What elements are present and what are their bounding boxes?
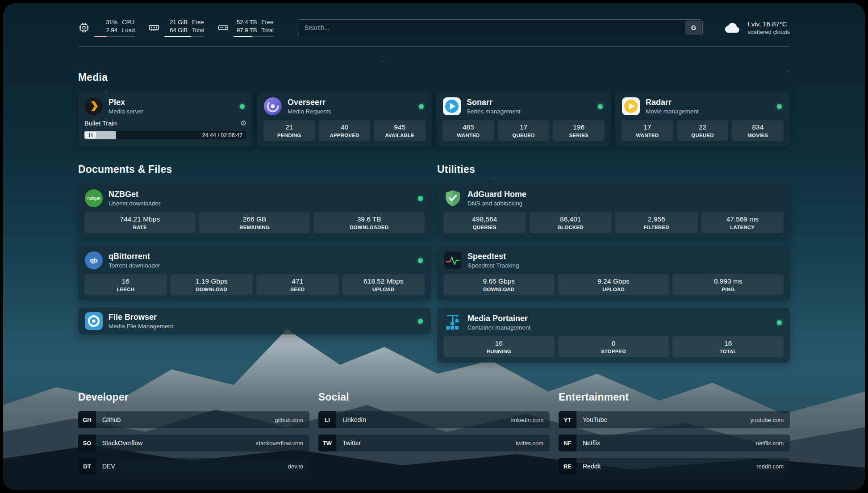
- app-desc: Media File Management: [108, 323, 173, 330]
- status-dot: [598, 104, 603, 109]
- playback-progress: 24:44 / 02:06:47: [84, 131, 246, 139]
- adguard-card[interactable]: AdGuard Home DNS and adblocking 498,564Q…: [437, 184, 790, 238]
- developer-column: Developer GH Github github.com SO StackO…: [78, 391, 309, 481]
- stat-downloaded: 39.6 TBDOWNLOADED: [313, 212, 425, 233]
- gear-icon[interactable]: ⚙: [240, 119, 246, 127]
- search-bar: G: [297, 19, 703, 36]
- qbittorrent-card[interactable]: qb qBittorrent Torrent downloader 16LEEC…: [78, 246, 431, 301]
- plex-icon: [84, 97, 103, 116]
- app-name: Overseerr: [288, 97, 331, 107]
- playback-time: 24:44 / 02:06:47: [202, 132, 242, 138]
- app-name: Radarr: [646, 97, 699, 107]
- social-column: Social LI LinkedIn linkedin.com TW Twitt…: [318, 391, 550, 481]
- speedtest-card[interactable]: Speedtest Speedtest Tracking 9.65 GbpsDO…: [437, 246, 790, 301]
- status-dot: [418, 319, 423, 324]
- app-desc: Torrent downloader: [108, 262, 160, 269]
- dashboard-window: 31%CPU 2.94Load 21 GiBFree 64 GiBTotal: [3, 3, 865, 490]
- cpu-load: 2.94: [94, 27, 117, 33]
- bookmark-youtube[interactable]: YT YouTube youtube.com: [559, 411, 790, 428]
- netflix-icon: NF: [559, 435, 576, 451]
- bookmark-twitter[interactable]: TW Twitter twitter.com: [318, 435, 550, 451]
- overseerr-card[interactable]: Overseerr Media Requests 21PENDING 40APP…: [257, 92, 432, 146]
- bookmark-netflix[interactable]: NF Netflix netflix.com: [559, 435, 790, 451]
- app-desc: Media server: [108, 108, 143, 115]
- youtube-icon: YT: [559, 411, 576, 428]
- cloud-icon: [723, 18, 742, 37]
- bookmark-linkedin[interactable]: LI LinkedIn linkedin.com: [318, 411, 550, 428]
- app-desc: Container management: [467, 324, 530, 331]
- app-name: Media Portainer: [467, 313, 530, 323]
- section-title-media: Media: [78, 71, 790, 84]
- nzbget-card[interactable]: nzbget NZBGet Usenet downloader 744.21 M…: [78, 184, 431, 238]
- cpu-percent: 31%: [94, 19, 117, 25]
- speedtest-icon: [443, 251, 462, 270]
- stat-rate: 744.21 MbpsRATE: [84, 212, 196, 233]
- disk-bar: [234, 36, 273, 37]
- system-metrics: 31%CPU 2.94Load 21 GiBFree 64 GiBTotal: [78, 19, 274, 37]
- stat-wanted: 17WANTED: [622, 120, 673, 141]
- stat-running: 16RUNNING: [443, 336, 555, 357]
- nzbget-icon: nzbget: [84, 189, 103, 208]
- documents-column: Documents & Files nzbget NZBGet Usenet d…: [78, 163, 431, 334]
- stat-queries: 498,564QUERIES: [443, 212, 526, 233]
- status-dot: [777, 320, 782, 325]
- stat-blocked: 86,401BLOCKED: [530, 212, 612, 233]
- app-desc: Media Requests: [288, 108, 331, 115]
- plex-card[interactable]: Plex Media server Bullet Train ⚙ 24:44 /…: [78, 92, 253, 146]
- app-name: qBittorrent: [108, 251, 160, 261]
- ram-free-label: Free: [192, 19, 204, 25]
- app-name: File Browser: [108, 312, 173, 322]
- stat-approved: 40APPROVED: [319, 120, 371, 141]
- section-title-utilities: Utilities: [437, 163, 790, 175]
- bookmark-github[interactable]: GH Github github.com: [78, 411, 309, 428]
- bookmark-stackoverflow[interactable]: SO StackOverflow stackoverflow.com: [78, 435, 309, 451]
- weather-condition: scattered clouds: [747, 29, 790, 35]
- stat-pending: 21PENDING: [263, 120, 315, 141]
- stat-available: 945AVAILABLE: [374, 120, 426, 141]
- search-engine-button[interactable]: G: [685, 21, 701, 35]
- qbittorrent-icon: qb: [84, 251, 103, 270]
- cpu-icon: [78, 22, 90, 33]
- search-input[interactable]: [297, 19, 703, 36]
- stat-movies: 834MOVIES: [732, 120, 784, 141]
- sonarr-icon: [442, 97, 461, 116]
- stackoverflow-icon: SO: [78, 435, 96, 451]
- top-bar: 31%CPU 2.94Load 21 GiBFree 64 GiBTotal: [78, 17, 790, 38]
- cpu-bar: [94, 36, 135, 37]
- stat-series: 196SERIES: [553, 120, 605, 141]
- disk-icon: [217, 22, 229, 33]
- now-playing-title: Bullet Train: [84, 120, 117, 127]
- radarr-card[interactable]: Radarr Movie management 17WANTED 22QUEUE…: [615, 92, 790, 146]
- disk-total-label: Total: [261, 27, 273, 33]
- weather-widget[interactable]: Lviv, 16.87°C scattered clouds: [723, 18, 790, 37]
- linkedin-icon: LI: [318, 411, 336, 428]
- github-icon: GH: [78, 411, 96, 428]
- stat-total: 16TOTAL: [672, 336, 784, 357]
- stat-download: 1.19 GbpsDOWNLOAD: [171, 274, 253, 295]
- radarr-icon: [622, 97, 640, 116]
- status-dot: [777, 104, 782, 109]
- bookmark-dev[interactable]: DT DEV dev.to: [78, 458, 309, 475]
- app-name: Plex: [108, 97, 143, 107]
- stat-leech: 16LEECH: [84, 274, 167, 295]
- sonarr-card[interactable]: Sonarr Series management 485WANTED 17QUE…: [436, 92, 611, 146]
- stat-filtered: 2,956FILTERED: [615, 212, 698, 233]
- ram-bar: [164, 36, 204, 37]
- stat-queued: 22QUEUED: [677, 120, 729, 141]
- svg-text:nzbget: nzbget: [88, 196, 100, 201]
- bookmark-reddit[interactable]: RE Reddit reddit.com: [559, 458, 790, 475]
- utilities-column: Utilities AdGuard Home DNS and adblockin…: [437, 163, 790, 363]
- portainer-card[interactable]: Media Portainer Container management 16R…: [437, 308, 790, 363]
- ram-free: 21 GiB: [164, 19, 188, 25]
- app-desc: DNS and adblocking: [467, 200, 526, 207]
- app-desc: Speedtest Tracking: [467, 262, 519, 269]
- section-title-entertainment: Entertainment: [559, 391, 790, 403]
- weather-location: Lviv, 16.87°C: [747, 20, 790, 28]
- ram-widget: 21 GiBFree 64 GiBTotal: [148, 19, 204, 37]
- filebrowser-card[interactable]: File Browser Media File Management: [78, 308, 431, 334]
- stat-stopped: 0STOPPED: [558, 336, 669, 357]
- header-divider: [78, 46, 790, 46]
- stat-upload: 618.52 MbpsUPLOAD: [342, 274, 425, 295]
- pause-button[interactable]: [85, 132, 96, 138]
- twitter-icon: TW: [318, 435, 336, 451]
